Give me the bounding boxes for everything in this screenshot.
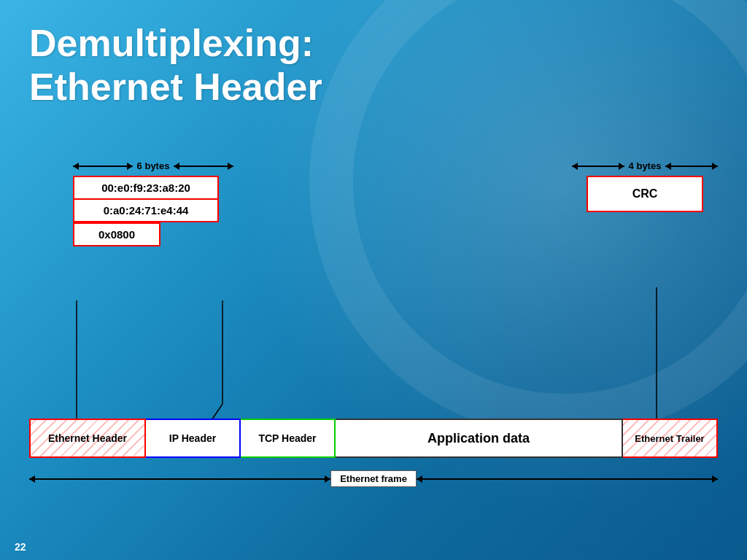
ethernet-frame-row: Ethernet Header IP Header TCP Header App… bbox=[29, 419, 718, 458]
ethernet-frame-arrow-line bbox=[29, 478, 330, 480]
ip-header-segment: IP Header bbox=[146, 419, 241, 458]
six-bytes-label: 6 bytes bbox=[133, 160, 174, 171]
slide-title: Demultiplexing: Ethernet Header bbox=[29, 22, 718, 109]
six-bytes-arrow-line bbox=[73, 166, 133, 167]
crc-detail: 4 bytes CRC bbox=[572, 160, 718, 212]
ethertype-box: 0x0800 bbox=[73, 222, 160, 246]
tcp-header-segment: TCP Header bbox=[241, 419, 336, 458]
eth-trailer-segment: Ethernet Trailer bbox=[623, 419, 718, 458]
ethernet-frame-label: Ethernet frame bbox=[330, 470, 417, 487]
six-bytes-arrow-line-right bbox=[174, 166, 233, 167]
four-bytes-arrow: 4 bytes bbox=[572, 160, 718, 171]
four-bytes-arrow-line-left bbox=[572, 166, 624, 167]
ethernet-header-detail: 6 bytes 00:e0:f9:23:a8:20 0:a0:24:71:e4:… bbox=[73, 160, 233, 246]
slide-number: 22 bbox=[15, 541, 26, 553]
eth-header-segment: Ethernet Header bbox=[29, 419, 146, 458]
four-bytes-arrow-line-right bbox=[665, 166, 718, 167]
diagram-area: 6 bytes 00:e0:f9:23:a8:20 0:a0:24:71:e4:… bbox=[29, 146, 718, 516]
slide-content: Demultiplexing: Ethernet Header 6 bytes … bbox=[0, 0, 747, 560]
mac1-box: 00:e0:f9:23:a8:20 bbox=[73, 176, 219, 200]
four-bytes-label: 4 bytes bbox=[624, 160, 666, 171]
crc-box: CRC bbox=[587, 176, 703, 212]
six-bytes-arrow: 6 bytes bbox=[73, 160, 233, 171]
ethernet-frame-arrow-line-right bbox=[417, 478, 718, 480]
mac2-box: 0:a0:24:71:e4:44 bbox=[73, 200, 219, 222]
app-data-segment: Application data bbox=[336, 419, 623, 458]
ethernet-frame-label-row: Ethernet frame bbox=[29, 470, 718, 487]
